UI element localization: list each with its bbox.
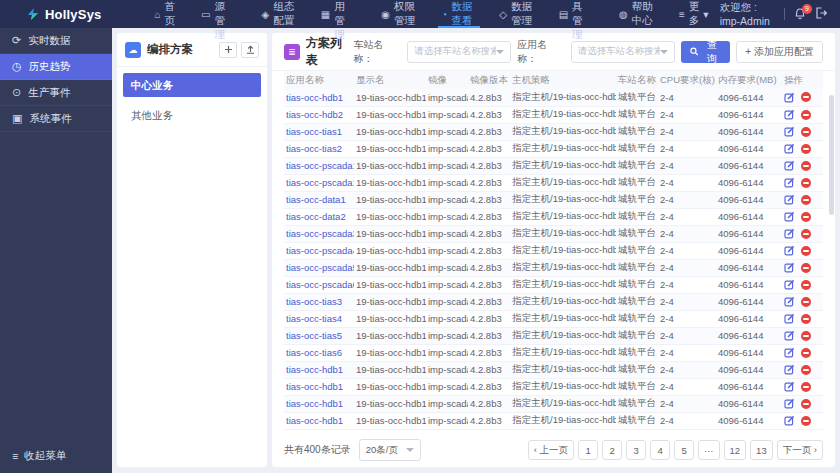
disable-icon[interactable] [801,161,811,171]
edit-icon[interactable] [784,143,795,154]
table-row[interactable]: tias-occ-hdb1 19-tias-occ-hdb1 imp-scada… [284,412,823,429]
nav-item[interactable]: ◉ 权限管理 [370,0,430,28]
station-select[interactable]: 请选择车站名称搜索 [407,41,511,63]
disable-icon[interactable] [801,127,811,137]
table-row[interactable]: tias-occ-pscada5 19-tias-occ-hdb1 imp-sc… [284,259,823,276]
edit-icon[interactable] [784,262,795,273]
table-row[interactable]: tias-occ-hdb2 19-tias-occ-hdb1 imp-scada… [284,106,823,123]
sidebar-item[interactable]: ▣ 系统事件 [0,106,112,132]
nav-item[interactable]: ⌂ 首页 [144,0,191,28]
add-plan-button[interactable] [219,42,237,58]
nav-item[interactable]: ◈ 组态配置 [250,0,309,28]
app-name-link[interactable]: tias-occ-hdb1 [286,415,343,426]
edit-icon[interactable] [784,126,795,137]
app-name-link[interactable]: tias-occ-tias5 [286,330,342,341]
disable-icon[interactable] [801,297,811,307]
scrollbar[interactable] [829,95,834,215]
disable-icon[interactable] [801,314,811,324]
table-row[interactable]: tias-occ-tias3 19-tias-occ-hdb1 imp-scad… [284,293,823,310]
app-name-link[interactable]: tias-occ-pscada1 [286,160,354,171]
edit-icon[interactable] [784,228,795,239]
app-name-link[interactable]: tias-occ-tias4 [286,313,342,324]
next-page-button[interactable]: 下一页 › [777,440,823,460]
page-number-button[interactable]: 5 [674,440,694,460]
disable-icon[interactable] [801,212,811,222]
page-number-button[interactable]: 1 [578,440,598,460]
edit-icon[interactable] [784,92,795,103]
import-plan-button[interactable] [241,42,259,58]
page-number-button[interactable]: ··· [698,440,720,460]
disable-icon[interactable] [801,365,811,375]
table-row[interactable]: tias-occ-data1 19-tias-occ-hdb1 imp-scad… [284,191,823,208]
nav-item[interactable]: ▭ 资源管理 [190,0,250,28]
edit-icon[interactable] [784,347,795,358]
table-row[interactable]: tias-occ-hdb1 19-tias-occ-hdb1 imp-scada… [284,378,823,395]
disable-icon[interactable] [801,178,811,188]
app-name-link[interactable]: tias-occ-hdb2 [286,109,343,120]
page-number-button[interactable]: 4 [650,440,670,460]
disable-icon[interactable] [801,263,811,273]
app-name-link[interactable]: tias-occ-hdb1 [286,398,343,409]
page-number-button[interactable]: 2 [602,440,622,460]
nav-item[interactable]: ▤ 工具管理 [548,0,608,28]
edit-icon[interactable] [784,245,795,256]
edit-icon[interactable] [784,364,795,375]
table-row[interactable]: tias-occ-data2 19-tias-occ-hdb1 imp-scad… [284,208,823,225]
app-name-link[interactable]: tias-occ-tias6 [286,347,342,358]
page-number-button[interactable]: 3 [626,440,646,460]
disable-icon[interactable] [801,110,811,120]
app-name-link[interactable]: tias-occ-tias1 [286,126,342,137]
plan-item[interactable]: 中心业务 [123,73,261,97]
table-row[interactable]: tias-occ-hdb1 19-tias-occ-hdb1 imp-scada… [284,395,823,412]
edit-icon[interactable] [784,279,795,290]
table-row[interactable]: tias-occ-pscada4 19-tias-occ-hdb1 imp-sc… [284,242,823,259]
disable-icon[interactable] [801,195,811,205]
app-name-link[interactable]: tias-occ-data1 [286,194,346,205]
nav-item[interactable]: ◔ 数据查看 [430,0,488,28]
edit-icon[interactable] [784,211,795,222]
app-name-link[interactable]: tias-occ-hdb1 [286,92,343,103]
app-name-link[interactable]: tias-occ-hdb1 [286,381,343,392]
edit-icon[interactable] [784,160,795,171]
app-name-link[interactable]: tias-occ-pscada1 [286,177,354,188]
add-app-config-button[interactable]: + 添加应用配置 [736,41,823,63]
table-row[interactable]: tias-occ-pscada3 19-tias-occ-hdb1 imp-sc… [284,225,823,242]
disable-icon[interactable] [801,348,811,358]
app-name-link[interactable]: tias-occ-pscada5 [286,262,354,273]
disable-icon[interactable] [801,144,811,154]
table-row[interactable]: tias-occ-tias5 19-tias-occ-hdb1 imp-scad… [284,327,823,344]
edit-icon[interactable] [784,296,795,307]
disable-icon[interactable] [801,92,811,102]
prev-page-button[interactable]: ‹ 上一页 [528,440,574,460]
sidebar-item[interactable]: ⟳ 实时数据 [0,28,112,54]
edit-icon[interactable] [784,415,795,426]
app-select[interactable]: 请选择车站名称搜索 [571,41,675,63]
table-row[interactable]: tias-occ-tias2 19-tias-occ-hdb1 imp-scad… [284,140,823,157]
table-row[interactable]: tias-occ-pscada1 19-tias-occ-hdb1 imp-sc… [284,157,823,174]
edit-icon[interactable] [784,398,795,409]
plan-item[interactable]: 其他业务 [123,103,261,127]
page-number-button[interactable]: 12 [724,440,747,460]
app-name-link[interactable]: tias-occ-data2 [286,211,346,222]
table-row[interactable]: tias-occ-hdb1 19-tias-occ-hdb1 imp-scada… [284,89,823,106]
search-button[interactable]: 查询 [681,41,731,63]
app-name-link[interactable]: tias-occ-pscada4 [286,245,354,256]
page-size-select[interactable]: 20条/页 [359,439,421,461]
table-row[interactable]: tias-occ-tias1 19-tias-occ-hdb1 imp-scad… [284,123,823,140]
edit-icon[interactable] [784,194,795,205]
disable-icon[interactable] [801,280,811,290]
disable-icon[interactable] [801,229,811,239]
edit-icon[interactable] [784,313,795,324]
table-row[interactable]: tias-occ-pscada1 19-tias-occ-hdb1 imp-sc… [284,174,823,191]
disable-icon[interactable] [801,399,811,409]
edit-icon[interactable] [784,381,795,392]
app-name-link[interactable]: tias-occ-hdb1 [286,364,343,375]
sidebar-item[interactable]: ⊙ 生产事件 [0,80,112,106]
app-name-link[interactable]: tias-occ-pscada6 [286,279,354,290]
logout-icon[interactable] [815,7,828,21]
app-name-link[interactable]: tias-occ-tias3 [286,296,342,307]
edit-icon[interactable] [784,330,795,341]
disable-icon[interactable] [801,331,811,341]
disable-icon[interactable] [801,246,811,256]
collapse-menu-button[interactable]: ≡ 收起菜单 [12,449,66,463]
